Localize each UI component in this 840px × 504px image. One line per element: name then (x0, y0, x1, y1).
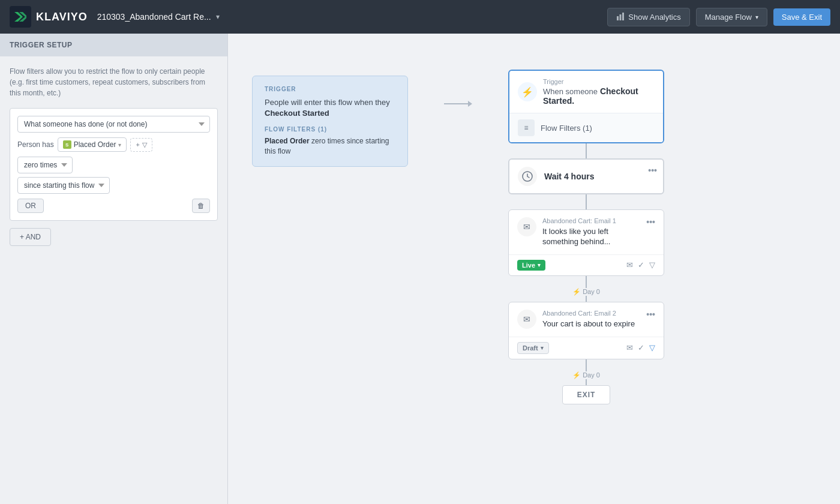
email1-body: Abandoned Cart: Email 1 It looks like yo… (542, 217, 640, 247)
shopify-icon: S (63, 140, 71, 149)
email1-filter-icon[interactable]: ▽ (649, 260, 655, 269)
wait-node-inner: Wait 4 hours (509, 160, 663, 193)
connector-1 (586, 143, 587, 158)
timeframe-row: since starting this flow (17, 177, 210, 194)
status-dropdown-arrow: ▾ (538, 262, 541, 268)
trigger-node-value: When someone Checkout Started. (543, 86, 655, 106)
email1-status-badge[interactable]: Live ▾ (517, 260, 545, 271)
email1-top: ✉ Abandoned Cart: Email 1 It looks like … (509, 210, 664, 254)
wait-node-value: Wait 4 hours (544, 172, 595, 181)
clock-icon (518, 167, 537, 186)
trigger-summary-card[interactable]: TRIGGER People will enter this flow when… (252, 76, 408, 167)
filter-type-row: What someone has done (or not done) (17, 116, 210, 133)
frequency-row: zero times (17, 157, 210, 173)
day0-connector-2: ⚡ Day 0 (572, 359, 600, 385)
email2-card[interactable]: ✉ Abandoned Cart: Email 2 Your cart is a… (508, 302, 664, 359)
email2-edit-icon[interactable]: ✓ (638, 343, 644, 352)
email2-name: Abandoned Cart: Email 2 (542, 310, 640, 317)
connector-2 (586, 194, 587, 209)
timeframe-select[interactable]: since starting this flow (17, 177, 110, 194)
lightning-icon: ⚡ (518, 82, 537, 101)
trigger-arrow (444, 70, 472, 107)
day0-badge-1: ⚡ Day 0 (572, 288, 600, 296)
email1-subject: It looks like you left something behind.… (542, 227, 640, 247)
email1-edit-icon[interactable]: ✓ (638, 260, 644, 269)
frequency-select[interactable]: zero times (17, 157, 73, 173)
trigger-setup-sidebar: TRIGGER SETUP Flow filters allow you to … (0, 34, 228, 504)
filter-text: Placed Order zero times since starting t… (265, 136, 395, 157)
sidebar-content: Flow filters allow you to restrict the f… (0, 56, 227, 256)
wait-node-more-button[interactable]: ••• (648, 166, 657, 175)
filter-icon-small: ≡ (518, 119, 535, 136)
and-button[interactable]: + AND (10, 228, 51, 246)
email2-body: Abandoned Cart: Email 2 Your cart is abo… (542, 310, 640, 329)
trigger-node-card[interactable]: ⚡ Trigger When someone Checkout Started.… (508, 70, 664, 143)
email2-more-button[interactable]: ••• (646, 310, 655, 319)
header-actions: Show Analytics Manage Flow ▾ Save & Exit (607, 8, 830, 26)
canvas-inner: TRIGGER People will enter this flow when… (252, 58, 816, 404)
svg-rect-1 (617, 16, 619, 20)
email2-footer: Draft ▾ ✉ ✓ ▽ (509, 337, 664, 359)
email1-card[interactable]: ✉ Abandoned Cart: Email 1 It looks like … (508, 209, 664, 276)
filter-icon: ▽ (142, 141, 147, 149)
trash-icon: 🗑 (197, 202, 205, 210)
app-header: KLAVIYO 210303_Abandoned Cart Re... ▾ Sh… (0, 0, 840, 34)
svg-rect-2 (620, 14, 622, 20)
email1-name: Abandoned Cart: Email 1 (542, 217, 640, 224)
email1-mail-icon[interactable]: ✉ (626, 260, 633, 269)
exit-node: EXIT (562, 385, 611, 404)
sidebar-header: TRIGGER SETUP (0, 34, 227, 56)
filter-actions: OR 🗑 (17, 199, 210, 213)
wait-node-card[interactable]: Wait 4 hours ••• (508, 158, 664, 194)
flow-title: 210303_Abandoned Cart Re... (97, 12, 211, 22)
show-analytics-button[interactable]: Show Analytics (607, 8, 689, 26)
placed-order-tag[interactable]: S Placed Order ▾ (58, 137, 127, 152)
person-has-label: Person has (17, 140, 54, 149)
or-button[interactable]: OR (17, 199, 44, 213)
analytics-icon (616, 13, 625, 21)
trigger-node-top: ⚡ Trigger When someone Checkout Started. (509, 71, 663, 113)
filter-type-select[interactable]: What someone has done (or not done) (17, 116, 210, 133)
add-filter-button[interactable]: + ▽ (130, 138, 152, 152)
day0-connector-1: ⚡ Day 0 (572, 276, 600, 302)
email2-top: ✉ Abandoned Cart: Email 2 Your cart is a… (509, 302, 664, 337)
email2-actions: ✉ ✓ ▽ (626, 343, 655, 352)
day0-badge-2: ⚡ Day 0 (572, 371, 600, 379)
manage-flow-caret: ▾ (755, 14, 758, 20)
klaviyo-logo-icon (10, 6, 31, 28)
trigger-text: People will enter this flow when they Ch… (265, 97, 395, 119)
trigger-node-title: Trigger (543, 78, 655, 85)
email2-icon: ✉ (517, 310, 536, 329)
trigger-label: TRIGGER (265, 86, 395, 92)
tag-dropdown-arrow: ▾ (118, 142, 121, 148)
save-exit-button[interactable]: Save & Exit (773, 8, 830, 26)
manage-flow-button[interactable]: Manage Flow ▾ (696, 8, 767, 26)
sidebar-description: Flow filters allow you to restrict the f… (10, 66, 218, 98)
main-layout: TRIGGER SETUP Flow filters allow you to … (0, 34, 840, 504)
email2-status-dropdown: ▾ (541, 345, 544, 351)
filter-group: What someone has done (or not done) Pers… (10, 108, 218, 221)
email2-filter-icon[interactable]: ▽ (649, 343, 655, 352)
flow-canvas: TRIGGER People will enter this flow when… (228, 34, 840, 504)
flow-title-area: 210303_Abandoned Cart Re... ▾ (97, 12, 598, 22)
email1-actions: ✉ ✓ ▽ (626, 260, 655, 269)
email2-subject: Your cart is about to expire (542, 319, 640, 329)
flow-filters-label: FLOW FILTERS (1) (265, 126, 395, 133)
person-has-row: Person has S Placed Order ▾ + ▽ (17, 137, 210, 152)
email1-icon: ✉ (517, 217, 536, 236)
svg-rect-3 (622, 13, 624, 20)
email1-more-button[interactable]: ••• (646, 217, 655, 227)
trigger-node-bottom: ≡ Flow Filters (1) (509, 113, 663, 142)
delete-filter-button[interactable]: 🗑 (192, 199, 210, 213)
trigger-node-text: Trigger When someone Checkout Started. (543, 78, 655, 106)
email1-footer: Live ▾ ✉ ✓ ▽ (509, 254, 664, 275)
right-flow: ⚡ Trigger When someone Checkout Started.… (508, 70, 664, 404)
email2-mail-icon[interactable]: ✉ (626, 343, 633, 352)
email2-status-badge[interactable]: Draft ▾ (517, 342, 549, 354)
logo-area: KLAVIYO (10, 6, 88, 28)
trigger-summary-area: TRIGGER People will enter this flow when… (252, 70, 408, 167)
logo-text: KLAVIYO (36, 11, 88, 23)
flow-title-dropdown[interactable]: ▾ (216, 13, 220, 21)
flow-filter-text: Flow Filters (1) (541, 124, 592, 133)
